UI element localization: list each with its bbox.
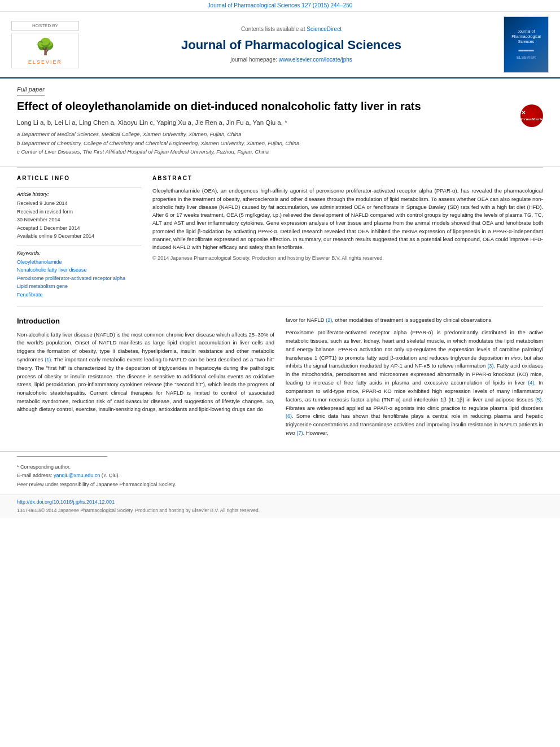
ref-2: (2) — [326, 317, 332, 323]
ref-5: (5) — [535, 397, 541, 403]
left-column: Introduction Non-alcoholic fatty liver d… — [17, 316, 274, 442]
affil-c: c Center of Liver Diseases, The First Af… — [17, 148, 515, 155]
affil-b: b Department of Chemistry, College of Ch… — [17, 139, 515, 147]
history-accepted: Accepted 1 December 2014 — [17, 225, 141, 232]
right-column: favor for NAFLD (2), other modalities of… — [286, 316, 543, 442]
elsevier-logo-image: 🌳 ELSEVIER — [11, 33, 79, 69]
intro-paragraph-1: Non-alcoholic fatty liver disease (NAFLD… — [17, 331, 274, 414]
journal-homepage-link[interactable]: www.elsevier.com/locate/jphs — [279, 56, 352, 63]
contents-available-line: Contents lists available at ScienceDirec… — [90, 25, 492, 33]
keyword-3: Peroxisome proliferator-activated recept… — [17, 275, 141, 282]
affil-a: a Department of Medical Sciences, Medica… — [17, 130, 515, 138]
email-suffix: (Y. Qiu). — [102, 473, 120, 478]
email-link[interactable]: yanqiu@xmu.edu.cn — [54, 473, 100, 478]
paper-section: Full paper Effect of oleoylethanolamide … — [0, 78, 560, 167]
history-received: Received 9 June 2014 — [17, 200, 141, 207]
hosted-by-label: HOSTED BY — [11, 21, 79, 30]
journal-title-center: Contents lists available at ScienceDirec… — [79, 25, 504, 64]
keywords-label: Keywords: — [17, 250, 141, 257]
abstract-title: ABSTRACT — [152, 174, 543, 182]
abstract-copyright: © 2014 Japanese Pharmacological Society.… — [152, 255, 543, 262]
journal-header: HOSTED BY 🌳 ELSEVIER Contents lists avai… — [0, 12, 560, 78]
abstract-section: ABSTRACT Oleoylethanolamide (OEA), an en… — [152, 174, 543, 299]
intro-paragraph-2: favor for NAFLD (2), other modalities of… — [286, 316, 543, 325]
history-available-online: Available online 9 December 2014 — [17, 233, 141, 240]
history-revised-label: Received in revised form — [17, 208, 141, 216]
keyword-1: Oleoylethanolamide — [17, 259, 141, 266]
crossmark-badge: ✕CrossMark — [520, 104, 543, 127]
email-label: E-mail address: — [17, 473, 53, 478]
issn-line: 1347-8613/© 2014 Japanese Pharmacologica… — [17, 508, 260, 513]
contents-available-text: Contents lists available at — [241, 26, 305, 32]
footnote-corresponding: * Corresponding author. — [17, 464, 543, 471]
keyword-4: Lipid metabolism gene — [17, 283, 141, 290]
authors-line: Long Li a, b, Lei Li a, Ling Chen a, Xia… — [17, 118, 515, 127]
elsevier-wordmark: ELSEVIER — [16, 59, 74, 66]
footnotes-section: * Corresponding author. E-mail address: … — [0, 451, 560, 495]
abstract-text: Oleoylethanolamide (OEA), an endogenous … — [152, 187, 543, 251]
keyword-2: Nonalcoholic fatty liver disease — [17, 267, 141, 274]
journal-name-header: Journal of Pharmacological Sciences — [90, 37, 492, 54]
bottom-bar: http://dx.doi.org/10.1016/j.jphs.2014.12… — [0, 495, 560, 518]
history-revised-date: 30 November 2014 — [17, 216, 141, 224]
homepage-label: journal homepage: — [230, 56, 277, 63]
ref-1: (1) — [45, 357, 51, 362]
doi-link[interactable]: http://dx.doi.org/10.1016/j.jphs.2014.12… — [17, 499, 543, 506]
article-info-panel: ARTICLE INFO Article history: Received 9… — [17, 174, 141, 299]
intro-paragraph-3: Peroxisome proliferator-activated recept… — [286, 329, 543, 437]
elsevier-logo: HOSTED BY 🌳 ELSEVIER — [11, 21, 79, 69]
ref-7: (7) — [297, 430, 303, 436]
introduction-heading: Introduction — [17, 316, 274, 326]
keyword-5: Fenofibrate — [17, 291, 141, 299]
article-info-abstract-section: ARTICLE INFO Article history: Received 9… — [0, 168, 560, 306]
journal-homepage: journal homepage: www.elsevier.com/locat… — [90, 56, 492, 64]
journal-vol-line: Journal of Pharmacological Sciences 127 … — [0, 0, 560, 12]
article-history: Article history: Received 9 June 2014 Re… — [17, 187, 141, 240]
ref-4: (4) — [528, 380, 534, 386]
body-content: Introduction Non-alcoholic fatty liver d… — [0, 307, 560, 451]
ref-3: (3) — [487, 363, 493, 369]
sciencedirect-link[interactable]: ScienceDirect — [307, 26, 342, 32]
corresponding-label: * Corresponding author. — [17, 464, 71, 470]
ref-6: (6) — [286, 413, 292, 419]
footnote-peer-review: Peer review under responsibility of Japa… — [17, 481, 543, 488]
article-info-title: ARTICLE INFO — [17, 174, 141, 182]
footnote-email: E-mail address: yanqiu@xmu.edu.cn (Y. Qi… — [17, 472, 543, 479]
journal-vol-text: Journal of Pharmacological Sciences 127 … — [208, 2, 353, 8]
full-paper-label: Full paper — [17, 85, 45, 95]
history-label: Article history: — [17, 191, 141, 198]
paper-title: Effect of oleoylethanolamide on diet-ind… — [17, 99, 515, 113]
keywords-section: Keywords: Oleoylethanolamide Nonalcoholi… — [17, 246, 141, 299]
cover-title-text: Journal ofPharmacologicalSciences — [511, 29, 541, 44]
journal-cover-image: Journal ofPharmacologicalSciences ▬▬▬ EL… — [504, 16, 549, 73]
affiliations: a Department of Medical Sciences, Medica… — [17, 130, 515, 155]
